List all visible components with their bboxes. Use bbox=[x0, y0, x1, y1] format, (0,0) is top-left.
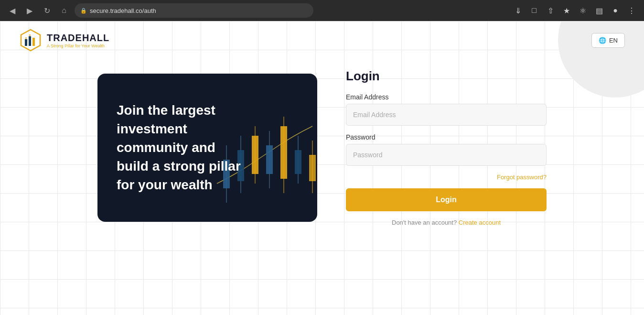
svg-rect-17 bbox=[295, 150, 301, 174]
create-account-link[interactable]: Create account bbox=[459, 219, 501, 226]
email-input[interactable] bbox=[346, 104, 547, 126]
svg-rect-15 bbox=[280, 126, 287, 179]
email-label: Email Address bbox=[346, 93, 547, 101]
svg-rect-2 bbox=[29, 36, 31, 46]
login-title: Login bbox=[346, 69, 547, 84]
password-input[interactable] bbox=[346, 144, 547, 166]
promo-text: Join the largest investment community an… bbox=[117, 101, 250, 195]
home-button[interactable]: ⌂ bbox=[57, 4, 71, 17]
logo: TRADEHALL A Strong Pillar for Your Wealt… bbox=[19, 29, 109, 52]
svg-rect-5 bbox=[29, 34, 31, 36]
svg-rect-19 bbox=[309, 155, 316, 181]
share-icon[interactable]: ⇧ bbox=[544, 4, 557, 17]
screenshot-icon[interactable]: □ bbox=[527, 4, 541, 17]
logo-text: TRADEHALL A Strong Pillar for Your Wealt… bbox=[47, 33, 109, 48]
svg-rect-4 bbox=[25, 37, 27, 39]
lock-icon: 🔒 bbox=[80, 8, 87, 14]
download-icon[interactable]: ⇓ bbox=[511, 4, 525, 17]
globe-icon: 🌐 bbox=[599, 37, 606, 44]
bookmark-icon[interactable]: ★ bbox=[560, 4, 573, 17]
svg-rect-11 bbox=[252, 136, 258, 174]
email-group: Email Address bbox=[346, 93, 547, 126]
login-form: Login Email Address Password Forgot pass… bbox=[346, 69, 547, 226]
svg-rect-3 bbox=[32, 38, 35, 46]
language-button[interactable]: 🌐 EN bbox=[591, 33, 625, 48]
url-text: secure.tradehall.co/auth bbox=[90, 7, 156, 14]
no-account-text: Don't have an account? bbox=[392, 219, 457, 226]
page-content: TRADEHALL A Strong Pillar for Your Wealt… bbox=[0, 21, 644, 315]
profile-icon[interactable]: ● bbox=[609, 4, 622, 17]
sidebar-icon[interactable]: ▤ bbox=[592, 4, 606, 17]
svg-rect-13 bbox=[266, 145, 273, 174]
address-bar[interactable]: 🔒 secure.tradehall.co/auth bbox=[75, 3, 313, 18]
site-header: TRADEHALL A Strong Pillar for Your Wealt… bbox=[0, 21, 644, 59]
menu-icon[interactable]: ⋮ bbox=[625, 4, 638, 17]
browser-chrome: ◀ ▶ ↻ ⌂ 🔒 secure.tradehall.co/auth ⇓ □ ⇧… bbox=[0, 0, 644, 21]
svg-rect-1 bbox=[25, 39, 27, 46]
lang-label: EN bbox=[609, 37, 618, 44]
reload-button[interactable]: ↻ bbox=[40, 4, 54, 17]
toolbar-icons: ⇓ □ ⇧ ★ ⚛ ▤ ● ⋮ bbox=[511, 4, 638, 17]
main-area: Join the largest investment community an… bbox=[0, 59, 644, 245]
extensions-icon[interactable]: ⚛ bbox=[576, 4, 590, 17]
back-button[interactable]: ◀ bbox=[6, 4, 19, 17]
password-label: Password bbox=[346, 133, 547, 141]
logo-tagline: A Strong Pillar for Your Wealth bbox=[47, 43, 109, 48]
forward-button[interactable]: ▶ bbox=[23, 4, 36, 17]
login-button[interactable]: Login bbox=[346, 188, 547, 211]
logo-name: TRADEHALL bbox=[47, 33, 109, 43]
password-group: Password bbox=[346, 133, 547, 166]
signup-text: Don't have an account? Create account bbox=[346, 219, 547, 226]
promo-card: Join the largest investment community an… bbox=[97, 74, 317, 222]
forgot-password-link[interactable]: Forgot password? bbox=[346, 174, 547, 181]
logo-icon bbox=[19, 29, 42, 52]
